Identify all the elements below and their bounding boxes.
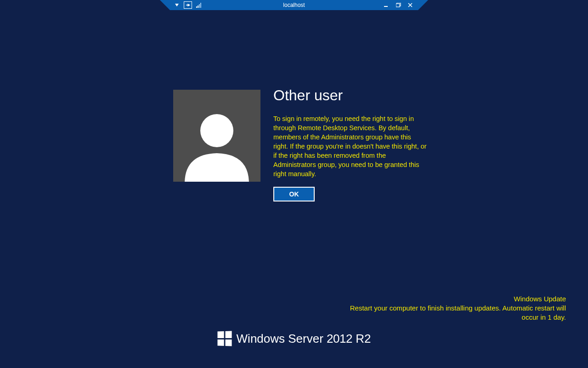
ok-button[interactable]: OK (273, 187, 315, 201)
svg-marker-0 (175, 4, 179, 6)
minimize-icon[interactable] (382, 1, 390, 9)
user-avatar-tile (173, 90, 260, 182)
user-title: Other user (273, 87, 427, 104)
rdp-connection-bar[interactable]: localhost (170, 0, 418, 10)
signin-error-message: To sign in remotely, you need the right … (273, 114, 427, 178)
avatar-icon (180, 105, 254, 182)
svg-rect-7 (396, 4, 400, 7)
svg-rect-2 (198, 6, 198, 8)
update-message: Restart your computer to finish installi… (345, 304, 566, 322)
svg-rect-4 (200, 3, 201, 8)
pin-icon[interactable] (184, 1, 192, 9)
close-icon[interactable] (406, 1, 414, 9)
connection-title: localhost (283, 2, 305, 8)
login-message-panel: Other user To sign in remotely, you need… (173, 90, 427, 201)
restore-icon[interactable] (394, 1, 402, 9)
signal-icon (195, 1, 203, 9)
svg-rect-5 (384, 6, 388, 7)
svg-rect-3 (199, 4, 200, 8)
dropdown-icon[interactable] (173, 1, 181, 9)
update-title: Windows Update (345, 294, 566, 304)
os-branding: Windows Server 2012 R2 (217, 331, 371, 346)
os-brand-text: Windows Server 2012 R2 (237, 332, 371, 346)
windows-update-notice: Windows Update Restart your computer to … (345, 294, 566, 322)
svg-point-8 (200, 114, 233, 147)
svg-rect-1 (196, 6, 197, 8)
windows-logo-icon (217, 331, 232, 346)
